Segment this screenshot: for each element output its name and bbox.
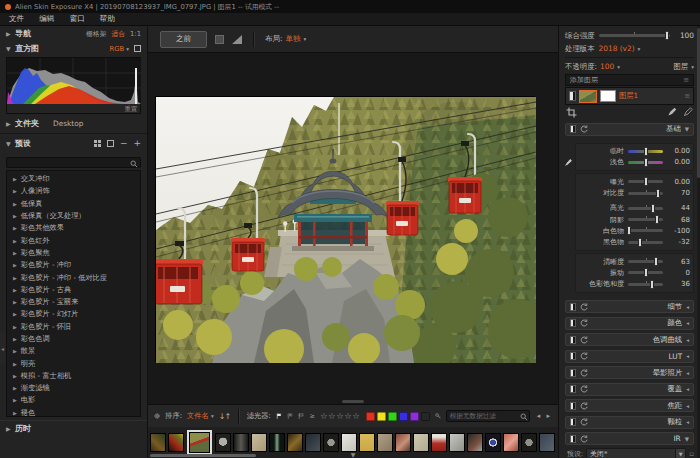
metadata-search-input[interactable] [446,410,530,422]
slider-track[interactable] [628,207,663,210]
section-header[interactable]: 细节 ◂ [565,300,694,313]
color-label-swatch[interactable] [388,412,397,421]
section-header[interactable]: LUT ◂ [565,350,694,363]
slider-track[interactable] [628,260,663,263]
layer-visibility-toggle-icon[interactable] [569,91,576,101]
section-header[interactable]: 色调曲线 ◂ [565,333,694,346]
reset-icon[interactable] [580,385,588,393]
preset-list-item[interactable]: ▶ 渐变滤镜 [7,382,140,394]
slider-track[interactable] [628,161,663,164]
add-layer-button[interactable]: 添加图层 ≡ [565,74,694,86]
split-preview-icon[interactable] [232,35,242,44]
slider-track[interactable] [628,271,663,274]
section-header[interactable]: 颗粒 ◂ [565,416,694,429]
menu-item[interactable]: 窗口 [69,14,84,24]
brush-tool-icon[interactable] [667,107,677,117]
flag-pick-icon[interactable] [276,411,282,421]
preset-list-item[interactable]: ▶ 彩色胶片 - 幻灯片 [7,308,140,320]
preset-list-item[interactable]: ▶ 彩色色调 [7,333,140,345]
panel-toggle-icon[interactable] [570,402,576,410]
color-label-swatch[interactable] [366,412,375,421]
filmstrip-thumbnail[interactable] [150,433,166,452]
preset-grid-view-icon[interactable] [94,140,101,147]
pencil-tool-icon[interactable] [683,107,693,117]
filmstrip-thumbnail[interactable] [269,433,285,452]
slider-track[interactable] [628,241,663,244]
reset-icon[interactable] [580,435,588,443]
filmstrip-collapse-handle[interactable]: ▼ [351,452,356,458]
preset-list-item[interactable]: ▶ 明亮 [7,357,140,369]
preset-list-item[interactable]: ▶ 电影 [7,394,140,406]
section-header[interactable]: 颜色 ◂ [565,317,694,330]
basic-section-header[interactable]: 基础 ▼ [565,123,694,136]
histogram-header[interactable]: ▼ 直方图 RGB ▾ [0,41,147,56]
section-header[interactable]: 晕影照片 ◂ [565,366,694,379]
preset-list-item[interactable]: ▶ 彩色胶片 - 怀旧 [7,321,140,333]
reset-icon[interactable] [580,336,588,344]
preset-expand-icon[interactable] [107,140,114,147]
filmstrip-thumbnail[interactable] [503,433,519,452]
preset-list-item[interactable]: ▶ 彩色胶片 - 冲印 [7,259,140,271]
crop-tool-icon[interactable] [566,107,577,118]
slider-track[interactable] [628,229,663,232]
filmstrip-thumbnail[interactable] [377,433,393,452]
reset-icon[interactable] [580,418,588,426]
reset-icon[interactable] [580,402,588,410]
rating-operator[interactable]: ≥ [309,412,314,420]
ir-options-icon[interactable]: ▫ [689,450,694,458]
filmstrip-thumbnail[interactable] [395,433,411,452]
color-label-swatch[interactable] [399,412,408,421]
navigator-header[interactable]: ▶ 导航 栅格架 适合 1:1 [0,26,147,41]
filmstrip-thumbnail[interactable] [521,433,537,452]
filmstrip-thumbnail[interactable] [485,433,501,452]
slider-track[interactable] [628,218,663,221]
nav-1to1-option[interactable]: 1:1 [130,30,141,38]
intensity-slider[interactable] [599,34,670,37]
panel-toggle-icon[interactable] [570,352,576,360]
ir-preset-select[interactable]: 关闭* ▼ [586,448,686,458]
filmstrip-thumbnail[interactable] [413,433,429,452]
filmstrip-thumbnail[interactable] [449,433,465,452]
sort-direction-icon[interactable]: ↓↑ [219,412,230,421]
reset-icon[interactable] [580,125,588,133]
color-label-swatch[interactable] [410,412,419,421]
panel-toggle-icon[interactable] [570,303,576,311]
panel-toggle-icon[interactable] [570,385,576,393]
star-rating-filter[interactable]: ☆☆☆☆☆ [320,411,361,421]
preset-list-item[interactable]: ▶ 人像润饰 [7,185,140,197]
preset-list-item[interactable]: ▶ 彩色胶片 - 宝丽来 [7,296,140,308]
slider-track[interactable] [628,192,663,195]
filmstrip-thumbnail[interactable] [168,433,184,452]
filmstrip-thumbnail[interactable] [431,433,447,452]
filmstrip-thumbnail[interactable] [539,433,555,452]
preset-search[interactable] [6,157,141,168]
filmstrip-thumbnail[interactable] [341,433,357,452]
histogram-options-icon[interactable] [134,45,141,52]
filmstrip-thumbnail[interactable] [287,433,303,452]
panel-toggle-icon[interactable] [570,336,576,344]
photo-preview[interactable] [155,96,535,362]
reset-icon[interactable] [580,303,588,311]
preset-remove-button[interactable]: − [120,140,128,147]
solid-preview-icon[interactable] [215,35,224,44]
histogram-reset-button[interactable]: 重置 [124,105,137,112]
gear-icon[interactable] [154,411,160,421]
filmstrip-thumbnail[interactable] [305,433,321,452]
preset-list-item[interactable]: ▶ 褪色 [7,407,140,417]
dropper-tool-icon[interactable] [564,158,573,167]
process-version-select[interactable]: 2018 (v2)▾ [599,44,641,53]
layout-select[interactable]: 单独 [286,34,301,44]
preset-list-item[interactable]: ▶ 彩色红外 [7,234,140,246]
preset-list-item[interactable]: ▶ 模拟 - 富士相机 [7,370,140,382]
filmstrip-thumbnail[interactable] [189,432,210,453]
color-label-swatch[interactable] [421,412,430,421]
preset-search-input[interactable] [7,167,140,176]
left-panel-collapse-handle[interactable]: ◂ [0,331,5,365]
preset-list-item[interactable]: ▶ 彩色胶片 - 冲印 - 低对比度 [7,271,140,283]
filmstrip-scrollbar[interactable] [150,454,256,457]
slider-track[interactable] [628,150,663,153]
filmstrip-thumbnail[interactable] [251,433,267,452]
layer-mask-thumbnail[interactable] [600,90,616,102]
keyword-icon[interactable] [435,411,441,421]
canvas-divider-handle[interactable] [342,400,364,403]
